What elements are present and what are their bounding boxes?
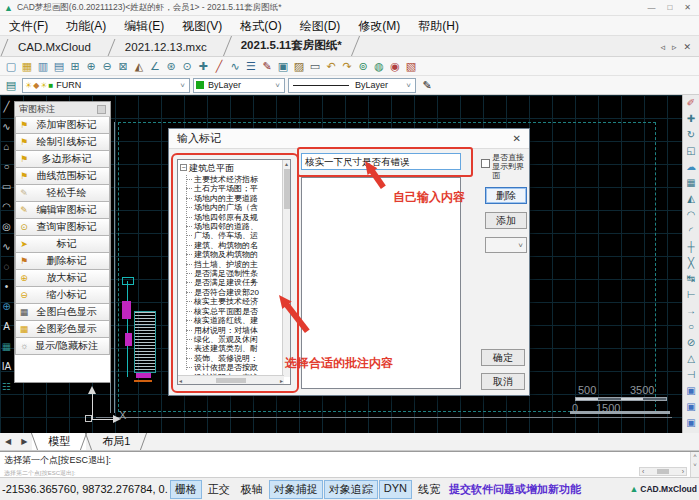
feedback-link[interactable]: 提交软件问题或增加新功能	[449, 482, 581, 497]
status-toggle[interactable]: 栅格	[170, 480, 202, 499]
polyline-tool-icon[interactable]: ∿	[2, 117, 10, 137]
spline-tool-icon[interactable]: ∿	[2, 237, 10, 257]
palette-item[interactable]: ⚑ 绘制引线标记	[15, 134, 110, 151]
fillet-icon[interactable]: ◠	[687, 207, 696, 223]
status-toggle[interactable]: 正交	[203, 480, 235, 499]
palette-item[interactable]: ⊙ 查询审图标记	[15, 219, 110, 236]
tree-item[interactable]: 核实总平面图是否	[184, 307, 280, 316]
palette-item[interactable]: ⚑ 曲线范围标记	[15, 168, 110, 185]
move-icon[interactable]: ✚	[687, 111, 695, 127]
zoom-window-icon[interactable]: ⊞	[67, 58, 83, 75]
ok-button[interactable]: 确定	[481, 349, 525, 366]
tree-vertical-scrollbar[interactable]: ▴	[282, 160, 290, 377]
chamfer-icon[interactable]: ◜	[689, 223, 693, 239]
rectangle-tool-icon[interactable]: ▭	[2, 177, 11, 197]
ellipse-tool-icon[interactable]: ◌	[4, 257, 10, 277]
zoom-all-icon[interactable]: ⊛	[163, 58, 179, 75]
add-button[interactable]: 添加	[485, 212, 527, 229]
scale-icon[interactable]: ◱	[686, 143, 695, 159]
stretch-icon[interactable]: ⊣	[687, 367, 696, 383]
zoom-previous-icon[interactable]: ◭	[131, 58, 147, 75]
linetype-dropdown[interactable]: ByLayer ˅	[288, 78, 416, 93]
new-file-icon[interactable]: ▢	[3, 58, 19, 75]
dialog-close-button[interactable]: ✕	[513, 133, 521, 144]
zoom-in-icon[interactable]: ⊕	[83, 58, 99, 75]
tree-item[interactable]: 场地四邻的道路、	[184, 222, 280, 231]
tree-item[interactable]: 核实道路红线、建	[184, 316, 280, 325]
delete-button[interactable]: 删除	[485, 187, 527, 204]
show-on-screen-checkbox[interactable]	[481, 159, 490, 168]
join-icon[interactable]: →	[686, 303, 696, 319]
collapse-icon[interactable]: −	[180, 164, 187, 171]
palette-item[interactable]: ▦ 全图白色显示	[15, 304, 110, 321]
scroll-left-icon[interactable]: ‹	[642, 468, 644, 475]
annotation-tree-panel[interactable]: −建筑总平面 主要技术经济指标土石方平场图；平场地内的主要道路场地内的广场（含场…	[177, 159, 291, 385]
tree-horizontal-scrollbar[interactable]: ◂▸	[178, 375, 284, 384]
color-dropdown[interactable]: ByLayer ˅	[193, 78, 285, 93]
status-toggle[interactable]: 线宽	[413, 480, 445, 499]
rotate-icon[interactable]: ↻	[687, 127, 695, 143]
tree-item[interactable]: 是否满足建设任务	[184, 278, 280, 287]
array-icon[interactable]: ▦	[686, 175, 695, 191]
measure-icon[interactable]: ∠	[147, 58, 163, 75]
mark-text-input[interactable]: 核实一下尺寸是否有错误	[301, 153, 461, 170]
tree-item[interactable]: 设计依据是否按政	[184, 363, 280, 372]
scroll-right-icon[interactable]: ▸	[280, 377, 283, 384]
text-tool-icon[interactable]: A	[3, 317, 10, 337]
close-button[interactable]: ✕	[684, 3, 691, 12]
plot-icon[interactable]: ▭	[307, 58, 323, 75]
tab-layout1[interactable]: 布局1	[86, 433, 146, 450]
layer-manager-icon[interactable]: ▤	[3, 77, 19, 94]
palette-item[interactable]: ✎ 编辑审图标记	[15, 202, 110, 219]
tree-item[interactable]: 绿化、景观及休闲	[184, 335, 280, 344]
tab-cad-mxcloud[interactable]: CAD.MxCloud	[0, 38, 107, 56]
group-icon[interactable]: ⊚	[355, 58, 371, 75]
paste-clip-icon[interactable]: ▣	[686, 399, 695, 415]
palette-item[interactable]: ✎ 轻松手绘	[15, 185, 110, 202]
table-tool-icon[interactable]: ▦	[2, 337, 11, 357]
cloud-sync-icon[interactable]: ◍	[371, 58, 387, 75]
minimize-button[interactable]: —	[647, 3, 655, 12]
menu-item[interactable]: 编辑(E)	[115, 16, 173, 36]
erase-icon[interactable]: ✐	[687, 95, 695, 111]
copy-clip-icon[interactable]: ▣	[686, 383, 695, 399]
circle-edit-icon[interactable]: ○	[688, 319, 694, 335]
tree-item[interactable]: 是否符合建设部20	[184, 288, 280, 297]
layers-icon[interactable]: ☰	[243, 58, 259, 75]
palette-options-button[interactable]	[97, 105, 106, 114]
wipeout-icon[interactable]: △	[687, 351, 695, 367]
save-icon[interactable]: ▥	[35, 58, 51, 75]
tab-close-icon[interactable]: ✕	[683, 42, 691, 52]
layer-dropdown[interactable]: ☀◆☀■ FURN ˅	[22, 78, 190, 93]
palette-item[interactable]: ⚑ 添加审图标记	[15, 117, 110, 134]
tree-item[interactable]: 表述建筑类别、耐	[184, 344, 280, 353]
undo-icon[interactable]: ↶	[323, 58, 339, 75]
break-icon[interactable]: ⊢	[687, 287, 696, 303]
tree-root-node[interactable]: −建筑总平面	[178, 160, 290, 175]
open-file-icon[interactable]: ▦	[19, 58, 35, 75]
tree-item[interactable]: 建筑物及构筑物的	[184, 250, 280, 259]
polyline-icon[interactable]: ∿	[227, 58, 243, 75]
palette-item[interactable]: ☼ 显示/隐藏标注	[15, 338, 110, 355]
status-toggle[interactable]: 对象追踪	[324, 480, 378, 499]
palette-item[interactable]: ▦ 全图彩色显示	[15, 321, 110, 338]
tree-item[interactable]: 土石方平场图；平	[184, 184, 280, 193]
menu-item[interactable]: 视图(V)	[173, 16, 231, 36]
tree-item[interactable]: 主要技术经济指标	[184, 175, 280, 184]
help-icon[interactable]: ◉	[387, 58, 403, 75]
menu-item[interactable]: 功能(A)	[57, 16, 115, 36]
block-tool-icon[interactable]: ☷	[2, 377, 11, 397]
line-icon[interactable]: ╱	[211, 58, 227, 75]
line-tool-icon[interactable]: ╱	[3, 97, 9, 117]
tree-item[interactable]: 广场、停车场、运	[184, 231, 280, 240]
palette-title-bar[interactable]: 审图标注	[15, 102, 110, 117]
command-scrollbar[interactable]: ˄˅	[690, 452, 699, 478]
zoom-extents-icon[interactable]: ⊠	[115, 58, 131, 75]
save-as-icon[interactable]: ▤	[51, 58, 67, 75]
redo-icon[interactable]: ↷	[339, 58, 355, 75]
tab-2021-5-11-active[interactable]: 2021.5.11套房图纸*	[223, 35, 358, 56]
tree-item[interactable]: 装饰、装修说明：	[184, 354, 280, 363]
region-icon[interactable]: ⊘	[687, 335, 695, 351]
status-toggle[interactable]: 极轴	[236, 480, 268, 499]
menu-item[interactable]: 绘图(D)	[291, 16, 350, 36]
